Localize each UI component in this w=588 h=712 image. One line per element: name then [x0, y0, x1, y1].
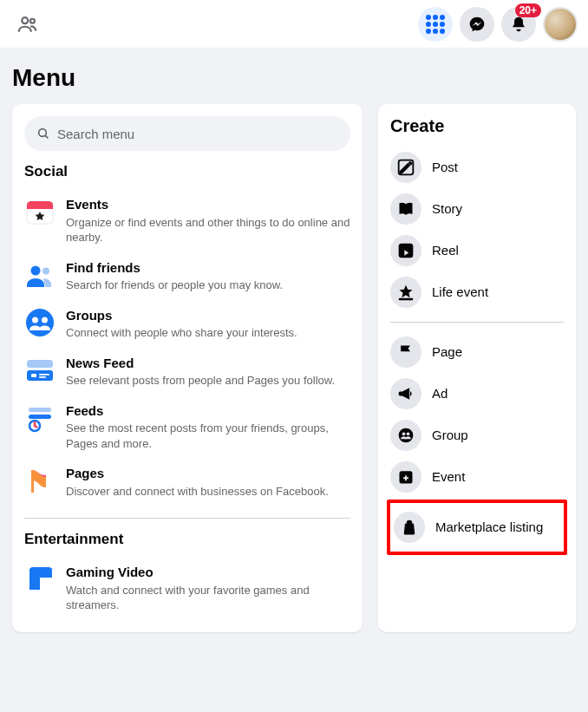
create-title: Create — [390, 116, 564, 136]
menu-item-label: Pages — [66, 465, 350, 482]
svg-point-26 — [407, 433, 410, 436]
menu-item-gaming-video[interactable]: Gaming Video Watch and connect with your… — [24, 557, 350, 620]
news-feed-icon — [24, 355, 56, 386]
menu-item-label: News Feed — [66, 355, 350, 372]
pages-icon — [24, 465, 56, 496]
svg-point-1 — [30, 18, 35, 23]
create-panel: Create Post Story Reel Life event — [378, 104, 576, 632]
messenger-icon — [468, 16, 486, 33]
divider — [24, 518, 350, 519]
section-title-entertainment: Entertainment — [24, 531, 350, 548]
menu-item-find-friends[interactable]: Find friends Search for friends or peopl… — [24, 252, 350, 300]
avatar[interactable] — [543, 7, 578, 42]
create-item-group[interactable]: Group — [390, 415, 564, 456]
divider — [390, 322, 564, 323]
find-friends-icon — [24, 259, 56, 291]
create-item-label: Life event — [432, 284, 488, 300]
svg-point-25 — [402, 433, 406, 436]
svg-rect-22 — [399, 244, 414, 258]
menu-item-label: Groups — [66, 307, 350, 324]
create-item-label: Post — [432, 160, 458, 175]
menu-item-desc: See relevant posts from people and Pages… — [66, 373, 350, 389]
svg-point-11 — [42, 317, 48, 323]
create-item-page[interactable]: Page — [390, 331, 564, 373]
create-item-ad[interactable]: Ad — [390, 373, 564, 415]
group-icon — [390, 420, 421, 451]
notifications-badge: 20+ — [515, 3, 541, 17]
svg-point-8 — [42, 267, 49, 274]
people-icon[interactable] — [10, 7, 45, 42]
book-icon — [390, 193, 421, 225]
edit-icon — [390, 152, 421, 183]
svg-rect-16 — [39, 376, 46, 378]
create-item-label: Marketplace listing — [435, 519, 543, 535]
menu-item-label: Find friends — [66, 259, 350, 277]
menu-apps-button[interactable] — [418, 7, 453, 42]
svg-point-10 — [32, 317, 38, 323]
search-icon — [36, 127, 50, 140]
create-item-marketplace-listing[interactable]: Marketplace listing — [394, 506, 560, 548]
menu-item-feeds[interactable]: Feeds See the most recent posts from you… — [24, 395, 350, 459]
menu-item-label: Events — [66, 196, 350, 213]
section-title-social: Social — [24, 163, 350, 180]
svg-rect-23 — [399, 298, 414, 301]
page-title: Menu — [0, 49, 588, 104]
star-icon — [390, 277, 421, 308]
svg-rect-14 — [31, 374, 36, 377]
create-item-label: Ad — [432, 386, 448, 402]
svg-rect-15 — [39, 374, 49, 376]
megaphone-icon — [390, 378, 421, 409]
create-item-event[interactable]: Event — [390, 456, 564, 498]
create-item-label: Reel — [432, 243, 459, 258]
events-icon — [24, 196, 56, 227]
svg-line-3 — [45, 135, 48, 138]
svg-point-7 — [31, 265, 41, 275]
menu-item-label: Gaming Video — [66, 564, 350, 581]
svg-rect-18 — [29, 415, 51, 419]
svg-rect-13 — [27, 360, 53, 368]
svg-point-2 — [39, 129, 47, 137]
svg-rect-17 — [29, 408, 51, 412]
svg-point-24 — [399, 428, 414, 443]
create-item-reel[interactable]: Reel — [390, 230, 564, 271]
svg-rect-12 — [27, 370, 53, 381]
create-item-life-event[interactable]: Life event — [390, 271, 564, 313]
svg-point-9 — [26, 309, 54, 336]
menu-item-desc: Organize or find events and other things… — [66, 215, 350, 245]
create-item-label: Group — [432, 428, 468, 443]
create-item-story[interactable]: Story — [390, 188, 564, 230]
create-item-label: Story — [432, 201, 462, 217]
create-item-post[interactable]: Post — [390, 147, 564, 188]
menu-item-desc: Watch and connect with your favorite gam… — [66, 583, 350, 613]
groups-icon — [24, 307, 56, 338]
menu-item-news-feed[interactable]: News Feed See relevant posts from people… — [24, 348, 350, 395]
menu-item-desc: See the most recent posts from your frie… — [66, 421, 350, 451]
search-input-wrap[interactable] — [24, 116, 350, 151]
svg-point-0 — [22, 17, 28, 23]
menu-panel: Social Events Organize or find events an… — [12, 104, 363, 632]
shopping-bag-icon — [394, 512, 425, 543]
gaming-video-icon — [24, 564, 56, 595]
menu-item-groups[interactable]: Groups Connect with people who share you… — [24, 300, 350, 348]
svg-rect-6 — [27, 206, 53, 209]
messenger-button[interactable] — [460, 7, 494, 42]
menu-item-desc: Search for friends or people you may kno… — [66, 278, 350, 293]
apps-grid-icon — [426, 15, 445, 34]
create-item-label: Page — [432, 344, 462, 360]
menu-item-pages[interactable]: Pages Discover and connect with business… — [24, 458, 350, 506]
menu-item-events[interactable]: Events Organize or find events and other… — [24, 189, 350, 252]
calendar-plus-icon — [390, 461, 421, 493]
create-item-label: Event — [432, 469, 465, 485]
highlight-box: Marketplace listing — [387, 500, 567, 555]
menu-item-desc: Discover and connect with businesses on … — [66, 484, 350, 500]
search-input[interactable] — [57, 127, 338, 141]
feeds-icon — [24, 402, 56, 434]
reel-icon — [390, 235, 421, 266]
top-nav: 20+ — [0, 0, 588, 49]
flag-icon — [390, 336, 421, 368]
menu-item-desc: Connect with people who share your inter… — [66, 325, 350, 341]
bell-icon — [510, 16, 527, 33]
menu-item-label: Feeds — [66, 402, 350, 420]
